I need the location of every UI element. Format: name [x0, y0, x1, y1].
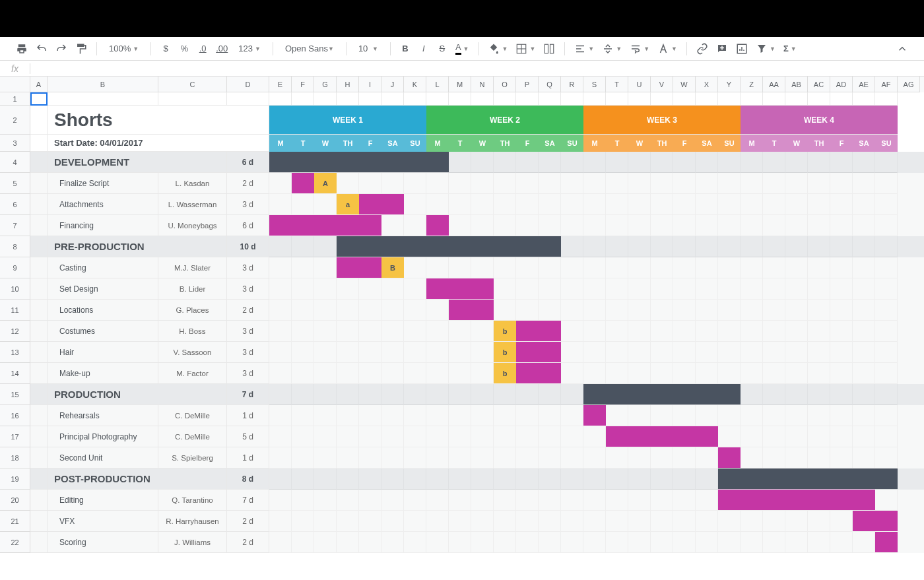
cell[interactable] [471, 511, 494, 532]
cell[interactable] [875, 532, 898, 553]
column-header[interactable]: K [404, 77, 426, 92]
cell[interactable] [449, 447, 471, 468]
cell[interactable] [269, 278, 292, 300]
cell[interactable] [673, 257, 696, 278]
cell[interactable] [561, 321, 583, 342]
row-header[interactable]: 18 [0, 447, 30, 468]
column-header[interactable]: M [449, 77, 471, 92]
cell[interactable]: Casting [48, 257, 158, 278]
cell[interactable] [718, 342, 741, 363]
number-format-select[interactable]: 123▼ [233, 41, 266, 57]
cell[interactable] [426, 384, 449, 405]
cell[interactable] [651, 215, 673, 236]
column-header[interactable]: AD [830, 77, 853, 92]
cell[interactable] [763, 447, 785, 468]
cell[interactable]: b [494, 363, 516, 384]
cell[interactable] [516, 278, 539, 300]
cell[interactable] [314, 152, 337, 173]
cell[interactable]: F [516, 135, 539, 152]
cell[interactable] [583, 300, 606, 321]
cell[interactable] [561, 468, 583, 490]
cell[interactable] [808, 426, 830, 447]
cell[interactable] [628, 194, 651, 215]
cell[interactable] [718, 363, 741, 384]
cell[interactable] [583, 257, 606, 278]
cell[interactable] [853, 532, 875, 553]
cell[interactable] [516, 363, 539, 384]
cell[interactable] [30, 194, 48, 215]
cell[interactable] [718, 300, 741, 321]
cell[interactable] [359, 278, 381, 300]
cell[interactable] [381, 173, 404, 194]
cell[interactable] [269, 236, 292, 257]
cell[interactable] [494, 511, 516, 532]
cell[interactable] [269, 426, 292, 447]
cell[interactable] [516, 236, 539, 257]
cell[interactable]: WEEK 2 [426, 106, 583, 135]
cell[interactable] [30, 106, 48, 135]
cell[interactable] [539, 173, 561, 194]
cell[interactable] [853, 468, 875, 490]
row-header[interactable]: 22 [0, 532, 30, 553]
cell[interactable] [516, 532, 539, 553]
cell[interactable] [381, 215, 404, 236]
cell[interactable]: 1 d [227, 447, 269, 468]
column-header[interactable]: O [494, 77, 516, 92]
strike-button[interactable]: S [434, 41, 450, 57]
cell[interactable] [628, 152, 651, 173]
cell[interactable] [785, 236, 808, 257]
cell[interactable] [404, 257, 426, 278]
cell[interactable] [426, 215, 449, 236]
cell[interactable] [606, 215, 628, 236]
cell[interactable] [30, 426, 48, 447]
cell[interactable] [426, 236, 449, 257]
cell[interactable] [494, 300, 516, 321]
cell[interactable] [404, 92, 426, 106]
cell[interactable] [449, 92, 471, 106]
cell[interactable] [561, 426, 583, 447]
cell[interactable] [292, 278, 314, 300]
cell[interactable] [494, 173, 516, 194]
cell[interactable] [718, 426, 741, 447]
cell[interactable] [539, 152, 561, 173]
cell[interactable] [337, 215, 359, 236]
cell[interactable]: Rehearsals [48, 405, 158, 426]
cell[interactable] [673, 405, 696, 426]
cell[interactable] [651, 152, 673, 173]
cell[interactable] [875, 173, 898, 194]
cell[interactable] [853, 278, 875, 300]
cell[interactable] [561, 236, 583, 257]
cell[interactable] [269, 532, 292, 553]
cell[interactable] [808, 405, 830, 426]
cell[interactable] [808, 363, 830, 384]
cell[interactable] [404, 363, 426, 384]
cell[interactable] [853, 363, 875, 384]
cell[interactable]: TH [808, 135, 830, 152]
cell[interactable] [651, 173, 673, 194]
cell[interactable] [292, 173, 314, 194]
cell[interactable] [583, 384, 606, 405]
cell[interactable] [696, 511, 718, 532]
cell[interactable] [314, 468, 337, 490]
cell[interactable]: 10 d [227, 236, 269, 257]
cell[interactable] [696, 363, 718, 384]
cell[interactable]: PRODUCTION [48, 384, 227, 405]
cell[interactable] [696, 342, 718, 363]
cell[interactable] [606, 300, 628, 321]
cell[interactable] [516, 92, 539, 106]
cell[interactable] [696, 405, 718, 426]
cell[interactable] [471, 215, 494, 236]
cell[interactable]: Editing [48, 490, 158, 511]
cell[interactable] [539, 342, 561, 363]
cell[interactable] [606, 511, 628, 532]
cell[interactable] [381, 342, 404, 363]
cell[interactable] [314, 236, 337, 257]
cell[interactable] [292, 215, 314, 236]
cell[interactable]: T [763, 135, 785, 152]
cell[interactable] [763, 342, 785, 363]
cell[interactable] [830, 511, 853, 532]
cell[interactable] [494, 490, 516, 511]
cell[interactable] [337, 405, 359, 426]
cell[interactable] [494, 384, 516, 405]
cell[interactable] [292, 426, 314, 447]
